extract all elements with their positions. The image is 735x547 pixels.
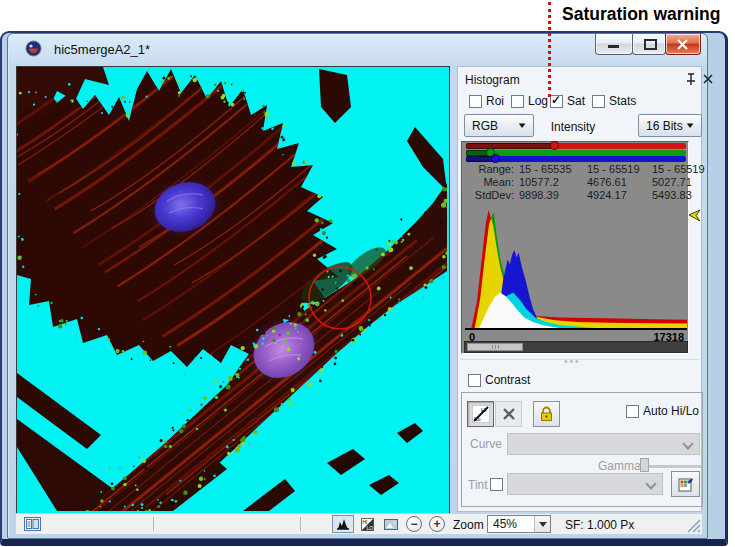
auto-hilo-checkbox[interactable]: ✓ — [626, 405, 639, 418]
blue-range-slider[interactable] — [466, 156, 686, 162]
blue-slider-handle[interactable] — [491, 154, 500, 163]
channel-select-value: RGB — [472, 119, 498, 133]
tint-palette-button[interactable] — [671, 471, 700, 497]
fluorescence-cell-image — [17, 67, 447, 511]
checkbox-stats[interactable]: ✓Stats — [592, 94, 636, 112]
panel-title: Histogram — [465, 73, 520, 87]
maximize-button[interactable] — [632, 34, 666, 55]
splitter-dots[interactable]: ••• — [564, 356, 581, 367]
statusbar-separator — [153, 517, 154, 531]
annotation-label: Saturation warning — [562, 4, 720, 25]
sat-checkbox[interactable]: ✓ — [550, 95, 563, 108]
contrast-groupbox: Hi Lo ✓Auto Hi/Lo — [461, 392, 703, 507]
zoom-out-button[interactable]: − — [406, 516, 422, 532]
lock-button[interactable] — [533, 401, 560, 427]
x-axis — [465, 328, 687, 330]
stats-stddev-row: StdDev:9898.394924.175493.83 — [462, 189, 686, 202]
intensity-label: Intensity — [542, 120, 604, 134]
panel-close-icon[interactable] — [702, 72, 716, 86]
histogram-icon — [336, 518, 350, 530]
bits-select-value: 16 Bits — [646, 119, 683, 133]
pin-icon[interactable] — [684, 72, 698, 86]
tint-checkbox[interactable]: ✓ — [490, 478, 503, 491]
stats-label: Stats — [609, 94, 636, 108]
histogram-toggle-button[interactable] — [332, 515, 354, 533]
hilo-icon: Hi Lo — [472, 405, 490, 423]
histogram-plot[interactable] — [467, 210, 687, 328]
sat-label: Sat — [567, 94, 585, 108]
x-icon — [502, 407, 516, 421]
curve-label: Curve — [470, 437, 502, 451]
checkbox-roi[interactable]: ✓Roi — [469, 94, 504, 112]
chevron-down-icon — [539, 522, 547, 527]
chevron-down-icon: ▼ — [516, 121, 527, 130]
tint-select — [507, 473, 663, 495]
close-button[interactable] — [665, 34, 701, 55]
channel-select[interactable]: RGB▼ — [464, 114, 534, 137]
zoom-in-button[interactable]: + — [429, 516, 445, 532]
palette-icon — [678, 476, 694, 492]
gamma-slider-thumb — [640, 458, 649, 472]
best-fit-hilo-button[interactable]: Hi Lo — [467, 401, 494, 427]
contrast-label: Contrast — [485, 373, 530, 387]
svg-text:Lo: Lo — [474, 416, 481, 422]
checkbox-auto-hilo[interactable]: ✓Auto Hi/Lo — [626, 404, 699, 422]
red-range-slider[interactable] — [466, 143, 686, 149]
chevron-down-icon — [645, 478, 656, 489]
image-icon — [384, 519, 398, 530]
window-title: hic5mergeA2_1* — [54, 42, 150, 57]
green-range-slider[interactable] — [466, 150, 686, 156]
zoom-select[interactable]: 45% — [487, 515, 551, 533]
minimize-button[interactable] — [595, 34, 633, 55]
checkbox-log[interactable]: ✓Log — [511, 94, 548, 112]
zoom-select-arrow[interactable] — [534, 516, 550, 532]
annotation-pointer-line — [548, 2, 551, 97]
tint-label: Tint — [468, 478, 488, 492]
scrollbar-thumb[interactable] — [467, 343, 523, 351]
stats-range-row: Range:15 - 6553515 - 6551915 - 65519 — [462, 163, 686, 176]
statusbar-separator — [300, 517, 301, 531]
histogram-box: Range:15 - 6553515 - 6551915 - 65519 Mea… — [461, 141, 689, 354]
roi-checkbox[interactable]: ✓ — [469, 95, 482, 108]
lock-icon — [539, 406, 554, 422]
hilo-display-button[interactable]: HI LO — [356, 515, 378, 533]
scale-factor-text: SF: 1.000 Px — [565, 518, 634, 532]
resize-grip[interactable] — [684, 516, 702, 534]
preview-image-button[interactable] — [380, 515, 402, 533]
curve-select — [507, 433, 700, 455]
status-bar: HI LO − + Zoom 45% SF: 1.000 Px — [16, 513, 702, 534]
checkbox-contrast[interactable]: ✓Contrast — [468, 373, 530, 391]
log-checkbox[interactable]: ✓ — [511, 95, 524, 108]
chevron-down-icon: ▼ — [684, 121, 695, 130]
window-icon — [25, 40, 42, 57]
zoom-value: 45% — [493, 517, 517, 531]
screenshot-stage: Saturation warning hic5mergeA2_1* — [0, 0, 735, 547]
hilo-icon: HI LO — [361, 518, 374, 531]
bits-select[interactable]: 16 Bits▼ — [638, 114, 702, 137]
maximize-icon — [644, 39, 657, 50]
svg-text:Hi: Hi — [481, 407, 487, 413]
histogram-scrollbar[interactable] — [464, 341, 688, 353]
log-label: Log — [528, 94, 548, 108]
properties-panel-icon[interactable] — [24, 517, 41, 531]
roi-label: Roi — [486, 94, 504, 108]
image-document-window: hic5mergeA2_1* — [7, 33, 708, 539]
contrast-checkbox[interactable]: ✓ — [468, 374, 481, 387]
title-bar[interactable]: hic5mergeA2_1* — [8, 34, 707, 64]
histogram-panel: Histogram ✓Roi ✓Log ✓Sat ✓Stats RGB — [457, 66, 702, 512]
checkbox-sat[interactable]: ✓Sat — [550, 94, 585, 112]
stats-mean-row: Mean:10577.24676.615027.71 — [462, 176, 686, 189]
close-icon — [677, 39, 688, 50]
minimize-icon — [608, 45, 619, 48]
chevron-down-icon — [682, 438, 693, 449]
range-marker-arrow-icon[interactable] — [687, 209, 701, 222]
stats-checkbox[interactable]: ✓ — [592, 95, 605, 108]
auto-hilo-label: Auto Hi/Lo — [643, 404, 699, 418]
image-canvas[interactable] — [16, 66, 450, 514]
gamma-label: Gamma — [598, 459, 641, 473]
svg-text:LO: LO — [366, 525, 373, 531]
zoom-label: Zoom — [453, 518, 484, 532]
reset-button[interactable] — [495, 401, 522, 427]
